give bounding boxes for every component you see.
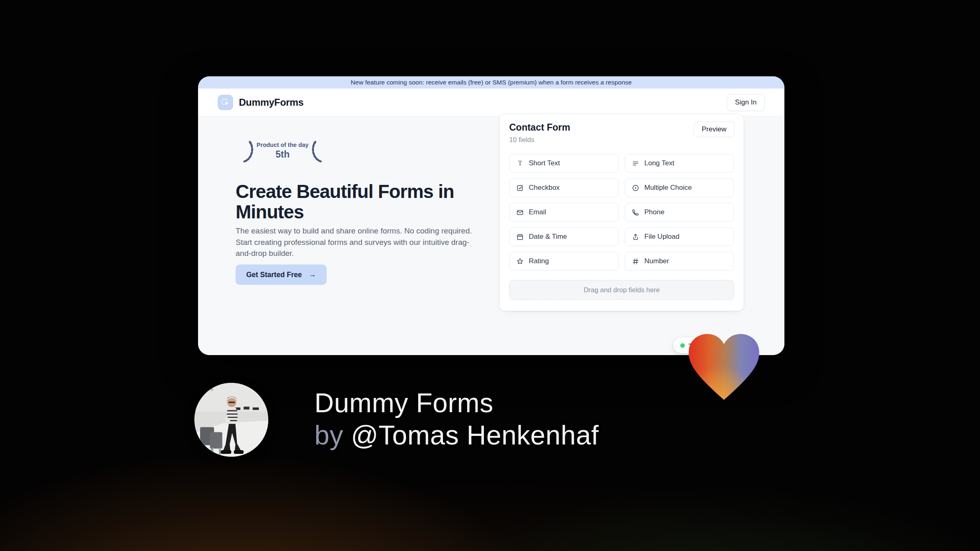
field-chip-email[interactable]: Email <box>509 203 619 222</box>
laurel-right-icon <box>311 139 323 163</box>
dropzone-text: Drag and drop fields here <box>584 286 659 294</box>
star-icon <box>516 258 524 265</box>
svg-text:T: T <box>518 160 522 167</box>
author-handle: @Tomas Henkenhaf <box>351 420 599 450</box>
gradient-heart-icon <box>685 331 763 403</box>
field-chip-checkbox[interactable]: Checkbox <box>509 178 619 197</box>
preview-button[interactable]: Preview <box>694 122 735 137</box>
email-icon <box>516 209 524 216</box>
short-text-icon: T <box>516 160 524 167</box>
product-byline: by @Tomas Henkenhaf <box>314 419 599 451</box>
cursor-box-icon <box>218 95 233 110</box>
laurel-left-icon <box>242 139 254 163</box>
field-chip-date-time[interactable]: Date & Time <box>509 227 619 246</box>
builder-subtitle: 10 fields <box>509 136 534 144</box>
arrow-right-icon: → <box>308 270 316 279</box>
multiple-choice-icon <box>632 184 639 192</box>
field-chip-short-text[interactable]: T Short Text <box>509 154 619 173</box>
site-header: DummyForms Sign In <box>198 89 784 116</box>
field-chip-long-text[interactable]: Long Text <box>625 154 734 173</box>
award-rank: 5th <box>276 149 290 160</box>
get-started-label: Get Started Free <box>246 271 302 279</box>
status-dot-icon <box>680 343 685 348</box>
field-grid: T Short Text Long Text Checkbox Multiple… <box>509 154 734 271</box>
field-chip-number[interactable]: Number <box>625 252 734 271</box>
hero-section: Product of the day 5th <box>198 116 784 355</box>
field-chip-phone[interactable]: Phone <box>625 203 734 222</box>
upload-icon <box>632 233 639 241</box>
field-chip-multiple-choice[interactable]: Multiple Choice <box>625 178 734 197</box>
field-chip-file-upload[interactable]: File Upload <box>625 227 734 246</box>
announcement-text: New feature coming soon: receive emails … <box>351 79 632 86</box>
caption: Dummy Forms by @Tomas Henkenhaf <box>314 387 599 451</box>
sign-in-button[interactable]: Sign In <box>727 94 765 111</box>
award-title: Product of the day <box>256 142 308 149</box>
brand-name: DummyForms <box>239 97 303 108</box>
hero-description: The easiest way to build and share onlin… <box>236 225 481 259</box>
author-avatar <box>194 383 268 457</box>
announcement-banner: New feature coming soon: receive emails … <box>198 76 784 89</box>
stage: New feature coming soon: receive emails … <box>0 0 980 551</box>
hero-heading: Create Beautiful Forms in Minutes <box>236 181 477 222</box>
form-builder-card: Contact Form 10 fields Preview T Short T… <box>499 113 744 311</box>
hash-icon <box>632 258 639 265</box>
get-started-button[interactable]: Get Started Free → <box>236 264 327 285</box>
field-chip-rating[interactable]: Rating <box>509 252 619 271</box>
phone-icon <box>632 209 639 216</box>
award-badge: Product of the day 5th <box>236 139 330 163</box>
checkbox-icon <box>516 184 524 192</box>
byline-by: by <box>314 420 351 450</box>
logo[interactable]: DummyForms <box>218 95 303 110</box>
builder-title: Contact Form <box>509 122 570 133</box>
long-text-icon <box>632 160 639 167</box>
calendar-icon <box>516 233 524 241</box>
product-title: Dummy Forms <box>314 387 599 419</box>
dropzone[interactable]: Drag and drop fields here <box>509 280 734 300</box>
browser-window: New feature coming soon: receive emails … <box>198 76 784 355</box>
